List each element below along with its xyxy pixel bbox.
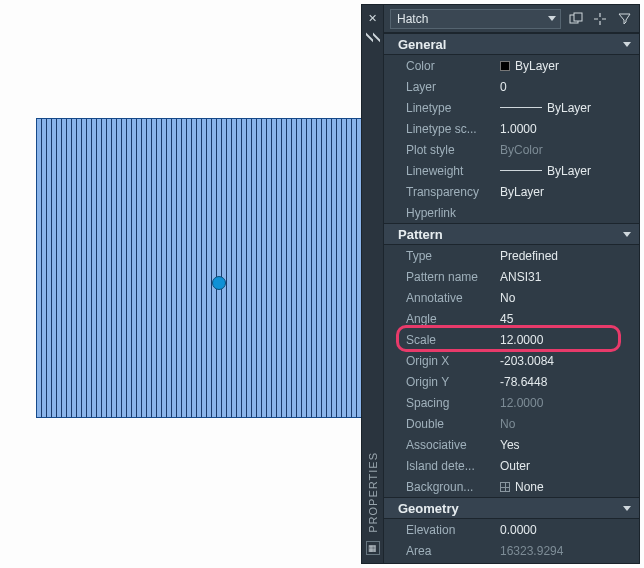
prop-row-plotstyle[interactable]: Plot style ByColor <box>384 139 639 160</box>
prop-row-originy[interactable]: Origin Y -78.6448 <box>384 371 639 392</box>
properties-scroll-area[interactable]: General Color ByLayer Layer 0 Linetype B… <box>384 33 639 563</box>
prop-row-spacing[interactable]: Spacing 12.0000 <box>384 392 639 413</box>
prop-row-double[interactable]: Double No <box>384 413 639 434</box>
palette-options-icon[interactable]: ▦ <box>366 541 380 555</box>
prop-row-background[interactable]: Backgroun... None <box>384 476 639 497</box>
palette-topbar: Hatch <box>384 5 639 33</box>
hatch-pattern-fill <box>37 119 365 417</box>
dock-toggle-icon[interactable] <box>366 31 380 45</box>
prop-row-hyperlink[interactable]: Hyperlink <box>384 202 639 223</box>
color-swatch <box>500 61 510 71</box>
prop-row-scale[interactable]: Scale 12.0000 <box>384 329 639 350</box>
section-header-pattern[interactable]: Pattern <box>384 223 639 245</box>
chevron-down-icon <box>548 16 556 21</box>
quick-select-icon[interactable] <box>615 10 633 28</box>
chevron-down-icon <box>623 506 631 511</box>
chevron-down-icon <box>623 232 631 237</box>
close-icon[interactable]: ✕ <box>366 11 380 25</box>
lineweight-sample <box>500 170 542 171</box>
prop-row-color[interactable]: Color ByLayer <box>384 55 639 76</box>
object-type-select[interactable]: Hatch <box>390 9 561 29</box>
prop-row-island[interactable]: Island dete... Outer <box>384 455 639 476</box>
linetype-sample <box>500 107 542 108</box>
chevron-down-icon <box>623 42 631 47</box>
prop-row-layer[interactable]: Layer 0 <box>384 76 639 97</box>
svg-rect-1 <box>574 13 582 21</box>
prop-row-associative[interactable]: Associative Yes <box>384 434 639 455</box>
palette-gutter: ✕ PROPERTIES ▦ <box>362 5 384 563</box>
none-swatch-icon <box>500 482 510 492</box>
prop-row-originx[interactable]: Origin X -203.0084 <box>384 350 639 371</box>
prop-row-transparency[interactable]: Transparency ByLayer <box>384 181 639 202</box>
properties-palette: ✕ PROPERTIES ▦ Hatch <box>361 4 640 564</box>
prop-row-elevation[interactable]: Elevation 0.0000 <box>384 519 639 540</box>
palette-title-vertical: PROPERTIES <box>367 444 379 541</box>
toggle-pickadd-icon[interactable] <box>567 10 585 28</box>
section-header-general[interactable]: General <box>384 33 639 55</box>
prop-row-area[interactable]: Area 16323.9294 <box>384 540 639 561</box>
selection-grip[interactable] <box>212 276 226 290</box>
section-header-geometry[interactable]: Geometry <box>384 497 639 519</box>
prop-row-lineweight[interactable]: Lineweight ByLayer <box>384 160 639 181</box>
prop-row-ltscale[interactable]: Linetype sc... 1.0000 <box>384 118 639 139</box>
object-type-value: Hatch <box>397 12 428 26</box>
hatch-object[interactable] <box>36 118 366 418</box>
prop-row-patternname[interactable]: Pattern name ANSI31 <box>384 266 639 287</box>
select-objects-icon[interactable] <box>591 10 609 28</box>
prop-row-linetype[interactable]: Linetype ByLayer <box>384 97 639 118</box>
prop-row-annotative[interactable]: Annotative No <box>384 287 639 308</box>
prop-row-type[interactable]: Type Predefined <box>384 245 639 266</box>
prop-row-angle[interactable]: Angle 45 <box>384 308 639 329</box>
